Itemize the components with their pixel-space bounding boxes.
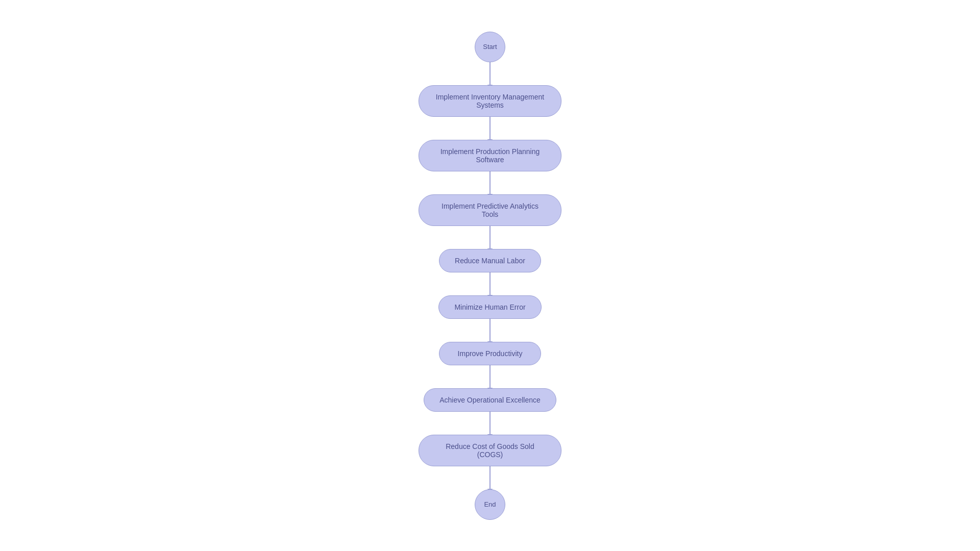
connector-4 — [489, 226, 491, 249]
step1-label: Implement Inventory Management Systems — [434, 93, 546, 109]
step4-label: Reduce Manual Labor — [455, 257, 525, 265]
step6-label: Improve Productivity — [458, 349, 523, 358]
step5-label: Minimize Human Error — [454, 303, 525, 311]
step4-node[interactable]: Reduce Manual Labor — [439, 249, 541, 272]
connector-3 — [489, 171, 491, 194]
step5-node[interactable]: Minimize Human Error — [438, 295, 541, 319]
connector-9 — [489, 466, 491, 489]
step8-node[interactable]: Reduce Cost of Goods Sold (COGS) — [419, 435, 561, 466]
step8-label: Reduce Cost of Goods Sold (COGS) — [434, 442, 546, 459]
step2-node[interactable]: Implement Production Planning Software — [419, 140, 561, 171]
step3-label: Implement Predictive Analytics Tools — [434, 202, 546, 218]
step6-node[interactable]: Improve Productivity — [439, 342, 541, 365]
step2-label: Implement Production Planning Software — [434, 147, 546, 164]
connector-6 — [489, 319, 491, 342]
step3-node[interactable]: Implement Predictive Analytics Tools — [419, 194, 561, 226]
step1-node[interactable]: Implement Inventory Management Systems — [419, 85, 561, 117]
end-label: End — [484, 500, 496, 508]
end-node[interactable]: End — [475, 489, 505, 520]
start-node[interactable]: Start — [475, 32, 505, 62]
connector-8 — [489, 412, 491, 435]
step7-node[interactable]: Achieve Operational Excellence — [424, 388, 556, 412]
connector-1 — [489, 62, 491, 85]
step7-label: Achieve Operational Excellence — [439, 396, 541, 404]
connector-5 — [489, 272, 491, 295]
flowchart: Start Implement Inventory Management Sys… — [419, 32, 561, 520]
connector-7 — [489, 365, 491, 388]
connector-2 — [489, 117, 491, 140]
start-label: Start — [483, 43, 497, 51]
